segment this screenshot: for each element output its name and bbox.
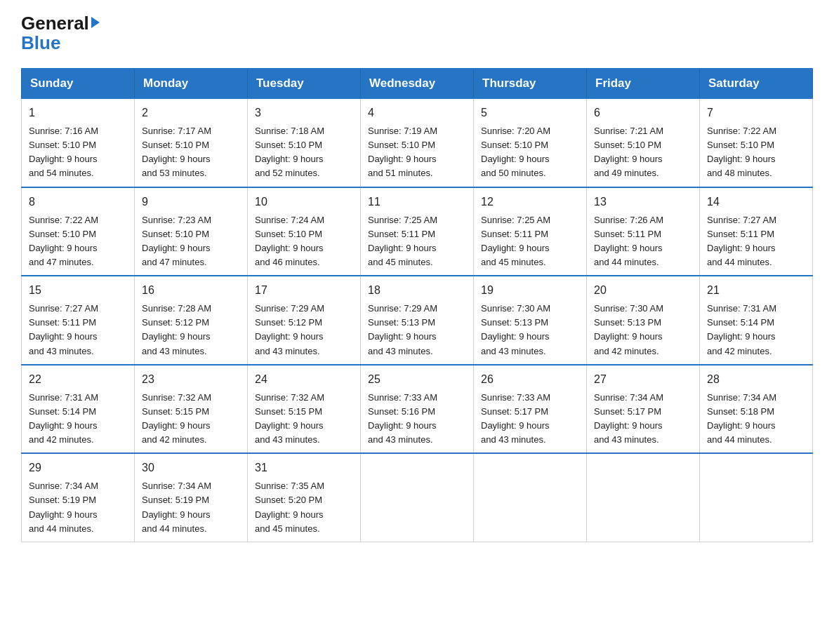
day-number: 14 — [707, 194, 805, 210]
day-number: 20 — [594, 282, 692, 299]
day-info: Sunrise: 7:34 AMSunset: 5:18 PMDaylight:… — [707, 392, 776, 445]
week-row-3: 15Sunrise: 7:27 AMSunset: 5:11 PMDayligh… — [22, 276, 813, 365]
day-number: 10 — [255, 194, 353, 210]
day-info: Sunrise: 7:31 AMSunset: 5:14 PMDaylight:… — [29, 392, 98, 445]
calendar-table: SundayMondayTuesdayWednesdayThursdayFrid… — [21, 68, 813, 542]
day-number: 24 — [255, 371, 353, 388]
day-info: Sunrise: 7:34 AMSunset: 5:19 PMDaylight:… — [29, 481, 98, 533]
calendar-cell: 6Sunrise: 7:21 AMSunset: 5:10 PMDaylight… — [587, 98, 700, 187]
calendar-cell: 26Sunrise: 7:33 AMSunset: 5:17 PMDayligh… — [474, 365, 587, 454]
calendar-cell: 18Sunrise: 7:29 AMSunset: 5:13 PMDayligh… — [361, 276, 474, 365]
logo-triangle-icon — [91, 17, 100, 28]
day-info: Sunrise: 7:29 AMSunset: 5:12 PMDaylight:… — [255, 303, 324, 356]
calendar-cell: 12Sunrise: 7:25 AMSunset: 5:11 PMDayligh… — [474, 187, 587, 276]
calendar-cell: 4Sunrise: 7:19 AMSunset: 5:10 PMDaylight… — [361, 98, 474, 187]
calendar-cell: 7Sunrise: 7:22 AMSunset: 5:10 PMDaylight… — [700, 98, 813, 187]
day-number: 28 — [707, 371, 805, 388]
day-info: Sunrise: 7:27 AMSunset: 5:11 PMDaylight:… — [29, 303, 98, 356]
calendar-cell: 16Sunrise: 7:28 AMSunset: 5:12 PMDayligh… — [135, 276, 248, 365]
day-info: Sunrise: 7:30 AMSunset: 5:13 PMDaylight:… — [481, 303, 550, 356]
col-header-tuesday: Tuesday — [248, 69, 361, 98]
day-number: 22 — [29, 371, 127, 388]
day-number: 11 — [368, 194, 466, 210]
calendar-cell: 20Sunrise: 7:30 AMSunset: 5:13 PMDayligh… — [587, 276, 700, 365]
logo-general: General — [21, 14, 89, 32]
day-info: Sunrise: 7:19 AMSunset: 5:10 PMDaylight:… — [368, 126, 437, 178]
calendar-cell: 13Sunrise: 7:26 AMSunset: 5:11 PMDayligh… — [587, 187, 700, 276]
day-number: 16 — [142, 282, 240, 299]
day-number: 12 — [481, 194, 579, 210]
logo: General Blue — [21, 14, 100, 54]
day-info: Sunrise: 7:26 AMSunset: 5:11 PMDaylight:… — [594, 215, 663, 267]
calendar-cell: 3Sunrise: 7:18 AMSunset: 5:10 PMDaylight… — [248, 98, 361, 187]
day-number: 29 — [29, 459, 127, 476]
day-number: 27 — [594, 371, 692, 388]
day-info: Sunrise: 7:20 AMSunset: 5:10 PMDaylight:… — [481, 126, 550, 178]
calendar-cell: 29Sunrise: 7:34 AMSunset: 5:19 PMDayligh… — [22, 453, 135, 542]
page-header: General Blue — [21, 14, 813, 54]
day-number: 6 — [594, 105, 692, 121]
day-info: Sunrise: 7:27 AMSunset: 5:11 PMDaylight:… — [707, 215, 776, 267]
calendar-cell: 19Sunrise: 7:30 AMSunset: 5:13 PMDayligh… — [474, 276, 587, 365]
week-row-1: 1Sunrise: 7:16 AMSunset: 5:10 PMDaylight… — [22, 98, 813, 187]
calendar-cell — [587, 453, 700, 542]
calendar-cell: 31Sunrise: 7:35 AMSunset: 5:20 PMDayligh… — [248, 453, 361, 542]
col-header-wednesday: Wednesday — [361, 69, 474, 98]
calendar-cell: 1Sunrise: 7:16 AMSunset: 5:10 PMDaylight… — [22, 98, 135, 187]
day-number: 8 — [29, 194, 127, 210]
calendar-header-row: SundayMondayTuesdayWednesdayThursdayFrid… — [22, 69, 813, 98]
calendar-cell: 21Sunrise: 7:31 AMSunset: 5:14 PMDayligh… — [700, 276, 813, 365]
calendar-cell: 2Sunrise: 7:17 AMSunset: 5:10 PMDaylight… — [135, 98, 248, 187]
day-number: 26 — [481, 371, 579, 388]
day-info: Sunrise: 7:33 AMSunset: 5:16 PMDaylight:… — [368, 392, 437, 445]
col-header-friday: Friday — [587, 69, 700, 98]
day-info: Sunrise: 7:34 AMSunset: 5:17 PMDaylight:… — [594, 392, 663, 445]
day-info: Sunrise: 7:32 AMSunset: 5:15 PMDaylight:… — [142, 392, 211, 445]
day-number: 2 — [142, 105, 240, 121]
day-info: Sunrise: 7:22 AMSunset: 5:10 PMDaylight:… — [707, 126, 776, 178]
calendar-cell: 11Sunrise: 7:25 AMSunset: 5:11 PMDayligh… — [361, 187, 474, 276]
day-number: 25 — [368, 371, 466, 388]
col-header-monday: Monday — [135, 69, 248, 98]
calendar-cell: 27Sunrise: 7:34 AMSunset: 5:17 PMDayligh… — [587, 365, 700, 454]
calendar-cell: 10Sunrise: 7:24 AMSunset: 5:10 PMDayligh… — [248, 187, 361, 276]
calendar-cell: 24Sunrise: 7:32 AMSunset: 5:15 PMDayligh… — [248, 365, 361, 454]
day-info: Sunrise: 7:33 AMSunset: 5:17 PMDaylight:… — [481, 392, 550, 445]
calendar-cell: 22Sunrise: 7:31 AMSunset: 5:14 PMDayligh… — [22, 365, 135, 454]
day-info: Sunrise: 7:18 AMSunset: 5:10 PMDaylight:… — [255, 126, 324, 178]
day-number: 5 — [481, 105, 579, 121]
day-number: 7 — [707, 105, 805, 121]
calendar-cell — [700, 453, 813, 542]
day-info: Sunrise: 7:25 AMSunset: 5:11 PMDaylight:… — [481, 215, 550, 267]
calendar-cell: 5Sunrise: 7:20 AMSunset: 5:10 PMDaylight… — [474, 98, 587, 187]
day-number: 4 — [368, 105, 466, 121]
day-number: 9 — [142, 194, 240, 210]
logo-blue: Blue — [21, 32, 60, 54]
col-header-sunday: Sunday — [22, 69, 135, 98]
calendar-cell: 9Sunrise: 7:23 AMSunset: 5:10 PMDaylight… — [135, 187, 248, 276]
day-info: Sunrise: 7:31 AMSunset: 5:14 PMDaylight:… — [707, 303, 776, 356]
day-number: 18 — [368, 282, 466, 299]
col-header-thursday: Thursday — [474, 69, 587, 98]
day-number: 23 — [142, 371, 240, 388]
calendar-cell: 30Sunrise: 7:34 AMSunset: 5:19 PMDayligh… — [135, 453, 248, 542]
day-number: 21 — [707, 282, 805, 299]
calendar-cell: 15Sunrise: 7:27 AMSunset: 5:11 PMDayligh… — [22, 276, 135, 365]
day-info: Sunrise: 7:17 AMSunset: 5:10 PMDaylight:… — [142, 126, 211, 178]
day-info: Sunrise: 7:34 AMSunset: 5:19 PMDaylight:… — [142, 481, 211, 533]
day-number: 30 — [142, 459, 240, 476]
day-info: Sunrise: 7:22 AMSunset: 5:10 PMDaylight:… — [29, 215, 98, 267]
day-number: 3 — [255, 105, 353, 121]
week-row-2: 8Sunrise: 7:22 AMSunset: 5:10 PMDaylight… — [22, 187, 813, 276]
day-number: 17 — [255, 282, 353, 299]
calendar-cell: 8Sunrise: 7:22 AMSunset: 5:10 PMDaylight… — [22, 187, 135, 276]
day-info: Sunrise: 7:28 AMSunset: 5:12 PMDaylight:… — [142, 303, 211, 356]
day-info: Sunrise: 7:16 AMSunset: 5:10 PMDaylight:… — [29, 126, 98, 178]
day-number: 1 — [29, 105, 127, 121]
day-number: 31 — [255, 459, 353, 476]
week-row-5: 29Sunrise: 7:34 AMSunset: 5:19 PMDayligh… — [22, 453, 813, 542]
day-info: Sunrise: 7:23 AMSunset: 5:10 PMDaylight:… — [142, 215, 211, 267]
day-info: Sunrise: 7:25 AMSunset: 5:11 PMDaylight:… — [368, 215, 437, 267]
calendar-cell: 28Sunrise: 7:34 AMSunset: 5:18 PMDayligh… — [700, 365, 813, 454]
day-info: Sunrise: 7:35 AMSunset: 5:20 PMDaylight:… — [255, 481, 324, 533]
